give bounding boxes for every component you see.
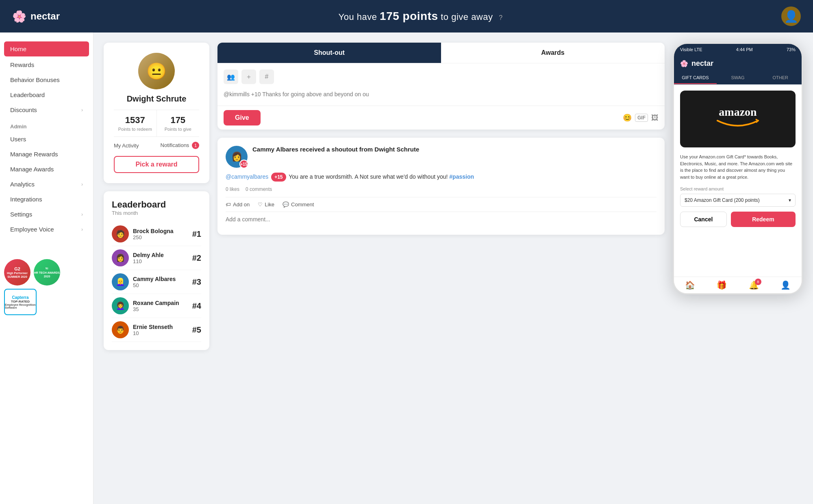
hashtag-button[interactable]: # bbox=[259, 69, 274, 84]
pick-reward-button[interactable]: Pick a reward bbox=[114, 156, 199, 173]
shoutout-toolbar: 👥 ＋ # bbox=[224, 69, 659, 84]
chevron-down-icon: ▾ bbox=[789, 197, 791, 203]
notification-badge: 1 bbox=[192, 142, 199, 149]
phone-mockup: Visible LTE 4:44 PM 73% 🌸 nectar GIFT CA… bbox=[673, 43, 803, 494]
add-icon-button[interactable]: ＋ bbox=[241, 69, 256, 84]
lb-avatar-5: 👨 bbox=[112, 321, 129, 338]
sidebar-item-leaderboard[interactable]: Leaderboard bbox=[0, 87, 93, 102]
reward-select[interactable]: $20 Amazon Gift Card (200 points) ▾ bbox=[680, 194, 796, 207]
amazon-logo-text: amazon bbox=[713, 106, 762, 119]
post-mention[interactable]: @cammyalbares bbox=[226, 173, 268, 180]
leaderboard-row-1: 🧑 Brock Bologna 250 #1 bbox=[112, 222, 201, 246]
help-icon[interactable]: ? bbox=[499, 14, 502, 21]
sidebar-item-rewards[interactable]: Rewards bbox=[0, 57, 93, 72]
phone-frame: Visible LTE 4:44 PM 73% 🌸 nectar GIFT CA… bbox=[673, 43, 803, 294]
image-button[interactable]: 🖼 bbox=[651, 114, 659, 122]
header-right: 👤 bbox=[781, 6, 801, 26]
sidebar: Home Rewards Behavior Bonuses Leaderboar… bbox=[0, 32, 93, 504]
phone-tab-gift-cards[interactable]: GIFT CARDS bbox=[674, 72, 717, 84]
sidebar-item-manage-awards[interactable]: Manage Awards bbox=[0, 162, 93, 177]
shoutout-tabs: Shout-out Awards bbox=[217, 43, 665, 63]
tab-awards[interactable]: Awards bbox=[441, 43, 665, 63]
points-suffix: to give away bbox=[441, 12, 493, 22]
lb-info-2: Delmy Ahle 110 bbox=[133, 252, 188, 264]
heart-icon: ♡ bbox=[258, 201, 263, 208]
shoutout-footer: Give 😊 GIF 🖼 bbox=[217, 106, 665, 130]
phone-nav-profile[interactable]: 👤 bbox=[780, 280, 791, 290]
redeem-points-value: 1537 bbox=[116, 115, 154, 125]
phone-nav-badge: 8 bbox=[755, 279, 761, 285]
sidebar-item-analytics[interactable]: Analytics › bbox=[0, 177, 93, 192]
post-hashtag[interactable]: #passion bbox=[449, 173, 474, 180]
leaderboard-row-4: 👩‍🦱 Roxane Campain 35 #4 bbox=[112, 294, 201, 318]
lb-rank-3: #3 bbox=[192, 277, 201, 287]
post-avatar: 👩 +15 bbox=[226, 146, 248, 168]
phone-redeem-button[interactable]: Redeem bbox=[731, 212, 796, 227]
redeem-points-label: Points to redeem bbox=[116, 127, 154, 132]
phone-cancel-button[interactable]: Cancel bbox=[680, 212, 727, 227]
content-area: 😐 Dwight Schrute 1537 Points to redeem 1… bbox=[93, 32, 813, 504]
lb-rank-5: #5 bbox=[192, 325, 201, 335]
emoji-tools: 😊 GIF 🖼 bbox=[623, 113, 659, 122]
lb-points-2: 110 bbox=[133, 258, 188, 264]
phone-nav-home[interactable]: 🏠 bbox=[685, 280, 695, 290]
comments-count: 0 comments bbox=[246, 186, 272, 192]
lb-info-4: Roxane Campain 35 bbox=[133, 300, 188, 312]
sidebar-item-manage-rewards[interactable]: Manage Rewards bbox=[0, 147, 93, 162]
sidebar-item-discounts[interactable]: Discounts › bbox=[0, 102, 93, 117]
post-text: You are a true wordsmith. A Not sure wha… bbox=[289, 173, 449, 180]
my-activity-link[interactable]: My Activity bbox=[114, 143, 139, 149]
amazon-smile-icon bbox=[713, 119, 762, 132]
post-body: @cammyalbares +15 You are a true wordsmi… bbox=[226, 173, 656, 182]
lb-avatar-1: 🧑 bbox=[112, 225, 129, 242]
leaderboard-title: Leaderboard bbox=[112, 199, 201, 210]
like-action[interactable]: ♡ Like bbox=[258, 201, 274, 208]
add-on-icon: 🏷 bbox=[226, 201, 231, 208]
sidebar-item-settings[interactable]: Settings › bbox=[0, 207, 93, 222]
lb-points-1: 250 bbox=[133, 234, 188, 240]
phone-tab-swag[interactable]: SWAG bbox=[717, 72, 759, 84]
lb-avatar-3: 👱‍♀️ bbox=[112, 273, 129, 290]
shoutout-input[interactable] bbox=[224, 89, 659, 100]
sidebar-item-behavior-bonuses[interactable]: Behavior Bonuses bbox=[0, 72, 93, 87]
lb-points-3: 50 bbox=[133, 282, 188, 288]
sidebar-item-employee-voice[interactable]: Employee Voice › bbox=[0, 222, 93, 237]
user-avatar-header[interactable]: 👤 bbox=[781, 6, 801, 26]
sidebar-item-home[interactable]: Home bbox=[4, 41, 89, 56]
phone-logo-text: nectar bbox=[691, 59, 713, 68]
add-people-button[interactable]: 👥 bbox=[224, 69, 238, 84]
post-actions: 🏷 Add on ♡ Like 💬 Comment bbox=[226, 197, 656, 208]
status-time: 4:44 PM bbox=[736, 47, 753, 52]
add-on-action[interactable]: 🏷 Add on bbox=[226, 201, 250, 208]
lb-rank-2: #2 bbox=[192, 253, 201, 263]
sidebar-item-users[interactable]: Users bbox=[0, 132, 93, 147]
logo-text: nectar bbox=[30, 11, 60, 22]
give-button[interactable]: Give bbox=[224, 110, 261, 125]
phone-nav-gift[interactable]: 🎁 bbox=[717, 280, 727, 290]
notifications-link[interactable]: Notifications 1 bbox=[161, 142, 199, 149]
add-comment-input[interactable] bbox=[226, 212, 656, 227]
g2-badge: G2 High Performer SUMMER 2020 bbox=[4, 259, 30, 286]
phone-tab-other[interactable]: OTHER bbox=[759, 72, 802, 84]
emoji-button[interactable]: 😊 bbox=[623, 113, 632, 122]
shoutout-card: Shout-out Awards 👥 ＋ # Give 😊 GIF bbox=[217, 43, 665, 130]
redeem-points-cell: 1537 Points to redeem bbox=[114, 110, 157, 136]
sidebar-item-integrations[interactable]: Integrations bbox=[0, 192, 93, 207]
lb-avatar-4: 👩‍🦱 bbox=[112, 297, 129, 314]
leaderboard-row-3: 👱‍♀️ Cammy Albares 50 #3 bbox=[112, 270, 201, 294]
comment-action[interactable]: 💬 Comment bbox=[283, 201, 314, 208]
give-points-cell: 175 Points to give bbox=[157, 110, 200, 136]
phone-action-row: Cancel Redeem bbox=[680, 212, 796, 227]
post-header: 👩 +15 Cammy Albares received a shoutout … bbox=[226, 146, 656, 168]
header-title: You have 175 points to give away ? bbox=[339, 10, 503, 23]
phone-nav-notifications[interactable]: 🔔 8 bbox=[749, 280, 759, 290]
chevron-right-icon: › bbox=[81, 107, 83, 113]
tab-shoutout[interactable]: Shout-out bbox=[217, 43, 441, 63]
likes-count: 0 likes bbox=[226, 186, 239, 192]
chevron-right-icon-settings: › bbox=[81, 212, 83, 217]
admin-section-label: Admin bbox=[0, 117, 93, 132]
give-points-value: 175 bbox=[159, 115, 198, 125]
points-row: 1537 Points to redeem 175 Points to give bbox=[114, 110, 199, 137]
main-layout: Home Rewards Behavior Bonuses Leaderboar… bbox=[0, 32, 813, 504]
gif-button[interactable]: GIF bbox=[635, 114, 648, 122]
